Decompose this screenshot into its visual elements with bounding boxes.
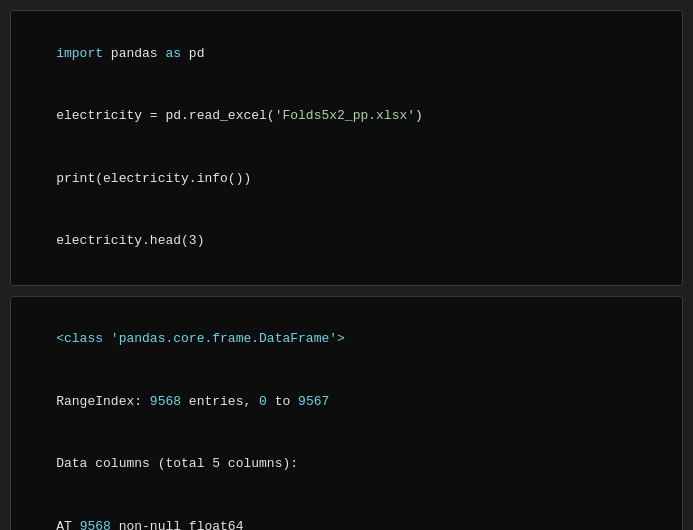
code-line-4: electricity.head(3) xyxy=(25,210,668,272)
code-line-1: import pandas as pd xyxy=(25,23,668,85)
output-line-datacolumns: Data columns (total 5 columns): xyxy=(25,433,668,495)
keyword-as: as xyxy=(165,46,181,61)
keyword-import: import xyxy=(56,46,103,61)
code-line-3: print(electricity.info()) xyxy=(25,148,668,210)
output-line-at: AT 9568 non-null float64 xyxy=(25,496,668,530)
output-line-rangeindex: RangeIndex: 9568 entries, 0 to 9567 xyxy=(25,371,668,433)
string-filename: 'Folds5x2_pp.xlsx' xyxy=(275,108,415,123)
code-line-2: electricity = pd.read_excel('Folds5x2_pp… xyxy=(25,85,668,147)
output-block: <class 'pandas.core.frame.DataFrame'> Ra… xyxy=(10,296,683,530)
code-block: import pandas as pd electricity = pd.rea… xyxy=(10,10,683,286)
output-line-class: <class 'pandas.core.frame.DataFrame'> xyxy=(25,309,668,371)
